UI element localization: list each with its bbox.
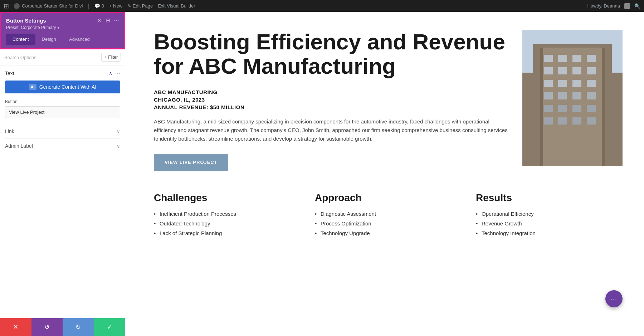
- site-name[interactable]: Corporate Starter Site for Divi: [14, 3, 83, 9]
- svg-rect-8: [544, 67, 553, 74]
- exit-visual-builder-button[interactable]: Exit Visual Builder: [158, 3, 195, 9]
- panel-title: Button Settings: [6, 18, 46, 24]
- header-icons: ⊙ ⊟ ⋯: [97, 17, 119, 24]
- section-controls: ∧ ⋯: [109, 70, 120, 76]
- search-filter-bar: Search Options + Filter: [0, 49, 125, 65]
- preview-icon[interactable]: ⊙: [97, 17, 102, 24]
- admin-label-chevron-icon: ∨: [117, 143, 120, 149]
- svg-rect-12: [544, 80, 553, 87]
- svg-rect-22: [572, 105, 581, 112]
- main-layout: Button Settings ⊙ ⊟ ⋯ Preset: Corporate …: [0, 12, 644, 336]
- new-button[interactable]: + New: [109, 3, 122, 9]
- list-item: Revenue Growth: [476, 220, 623, 227]
- admin-bar-left: ⊞ Corporate Starter Site for Divi | 💬 0 …: [4, 2, 581, 10]
- svg-rect-24: [544, 117, 553, 125]
- svg-rect-29: [602, 48, 605, 166]
- link-section: Link ∨: [5, 124, 120, 138]
- button-field-group: Button: [5, 99, 120, 118]
- generate-ai-button[interactable]: AI Generate Content With AI: [5, 81, 120, 93]
- list-item: Technology Integration: [476, 230, 623, 236]
- svg-rect-15: [587, 80, 596, 87]
- site-icon: [14, 3, 20, 9]
- sidebar-content: Text ∧ ⋯ AI Generate Content With AI But…: [0, 65, 125, 318]
- meta-location: CHICAGO, IL, 2023: [154, 97, 508, 103]
- filter-button[interactable]: + Filter: [101, 53, 121, 62]
- grid-icon[interactable]: ⊟: [106, 17, 110, 24]
- collapse-chevron-icon[interactable]: ∧: [109, 70, 112, 76]
- search-options-placeholder: Search Options: [4, 55, 98, 60]
- three-columns: Challenges Inefficient Production Proces…: [154, 192, 623, 240]
- list-item: Lack of Strategic Planning: [154, 230, 301, 236]
- svg-rect-7: [587, 55, 596, 62]
- list-item: Diagnostic Assessment: [315, 211, 462, 217]
- text-section-title: Text: [5, 70, 14, 76]
- approach-list: Diagnostic Assessment Process Optimizati…: [315, 211, 462, 236]
- comment-count[interactable]: 💬 0: [94, 3, 104, 9]
- svg-rect-18: [572, 92, 581, 99]
- save-button[interactable]: ✓: [94, 318, 126, 336]
- separator: |: [88, 3, 89, 9]
- list-item: Process Optimization: [315, 220, 462, 227]
- approach-title: Approach: [315, 192, 462, 204]
- hero-section: Boosting Efficiency and Revenue for ABC …: [154, 30, 623, 171]
- bottom-toolbar: ✕ ↺ ↻ ✓: [0, 318, 125, 336]
- meta-company: ABC MANUFACTURING: [154, 89, 508, 95]
- link-chevron-icon: ∨: [117, 129, 120, 134]
- svg-rect-20: [544, 105, 553, 112]
- svg-rect-5: [558, 55, 567, 62]
- admin-label-section-header[interactable]: Admin Label ∨: [5, 143, 120, 149]
- avatar[interactable]: [624, 3, 630, 9]
- view-project-button[interactable]: VIEW LIVE PROJECT: [154, 154, 228, 171]
- button-text-input[interactable]: [5, 106, 120, 118]
- redo-button[interactable]: ↻: [63, 318, 94, 336]
- list-item: Inefficient Production Processes: [154, 211, 301, 217]
- admin-label-title: Admin Label: [5, 143, 33, 149]
- howdy-text: Howdy, Deanna: [587, 3, 620, 9]
- svg-rect-16: [544, 92, 553, 99]
- list-item: Technology Upgrade: [315, 230, 462, 236]
- preset-label[interactable]: Preset: Corporate Primary ▾: [6, 25, 119, 30]
- list-item: Outdated Technology: [154, 220, 301, 227]
- svg-rect-21: [558, 105, 567, 112]
- svg-rect-10: [572, 67, 581, 74]
- undo-button[interactable]: ↺: [31, 318, 63, 336]
- link-section-title: Link: [5, 128, 14, 134]
- meta-revenue: ANNUAL REVENUE: $50 MILLION: [154, 104, 508, 110]
- wp-logo-icon[interactable]: ⊞: [4, 2, 9, 10]
- svg-rect-6: [572, 55, 581, 62]
- more-options-icon[interactable]: ⋯: [114, 17, 119, 24]
- svg-rect-23: [587, 105, 596, 112]
- svg-rect-26: [572, 117, 581, 125]
- tab-advanced[interactable]: Advanced: [63, 34, 96, 45]
- close-button[interactable]: ✕: [0, 318, 31, 336]
- link-section-header[interactable]: Link ∨: [5, 128, 120, 134]
- generate-ai-label: Generate Content With AI: [39, 84, 97, 90]
- svg-rect-11: [587, 67, 596, 74]
- edit-page-button[interactable]: ✎ Edit Page: [127, 3, 153, 9]
- settings-tabs: Content Design Advanced: [6, 34, 119, 45]
- admin-bar-right: Howdy, Deanna 🔍: [587, 3, 640, 9]
- admin-label-section: Admin Label ∨: [5, 138, 120, 153]
- text-section-header: Text ∧ ⋯: [5, 70, 120, 76]
- svg-rect-19: [587, 92, 596, 99]
- tab-content[interactable]: Content: [6, 34, 35, 45]
- section-menu-icon[interactable]: ⋯: [115, 70, 120, 76]
- floating-action-bubble[interactable]: ···: [605, 290, 623, 307]
- results-title: Results: [476, 192, 623, 204]
- results-list: Operational Efficiency Revenue Growth Te…: [476, 211, 623, 236]
- tab-design[interactable]: Design: [35, 34, 63, 45]
- search-icon[interactable]: 🔍: [634, 3, 640, 9]
- page-content: Boosting Efficiency and Revenue for ABC …: [125, 12, 644, 336]
- svg-rect-17: [558, 92, 567, 99]
- svg-rect-27: [587, 117, 596, 125]
- challenges-title: Challenges: [154, 192, 301, 204]
- button-settings-header: Button Settings ⊙ ⊟ ⋯ Preset: Corporate …: [0, 12, 125, 49]
- results-column: Results Operational Efficiency Revenue G…: [476, 192, 623, 240]
- svg-rect-28: [540, 48, 543, 166]
- sidebar-panel: Button Settings ⊙ ⊟ ⋯ Preset: Corporate …: [0, 12, 125, 336]
- svg-rect-13: [558, 80, 567, 87]
- hero-text: Boosting Efficiency and Revenue for ABC …: [154, 30, 508, 171]
- list-item: Operational Efficiency: [476, 211, 623, 217]
- svg-rect-25: [558, 117, 567, 125]
- svg-rect-4: [544, 55, 553, 62]
